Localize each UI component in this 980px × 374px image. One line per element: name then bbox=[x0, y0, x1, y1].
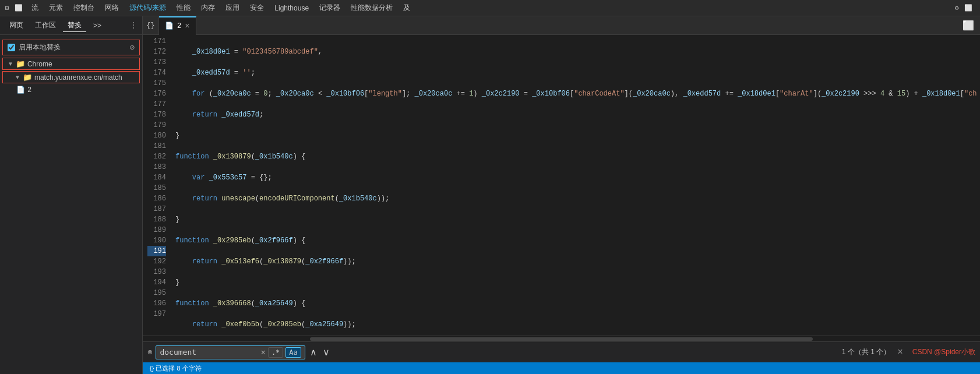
ln-183: 183 bbox=[147, 162, 166, 172]
search-result-count: 1 个（共 1 个） bbox=[842, 347, 890, 357]
tab-label: 2 bbox=[177, 22, 181, 30]
line-numbers: 171 172 173 174 175 176 177 178 179 180 … bbox=[143, 35, 171, 336]
sidebar-more-btn[interactable]: ⋮ bbox=[129, 20, 138, 30]
inspect-icon[interactable]: ⊡ bbox=[2, 3, 12, 13]
search-bar-end: 1 个（共 1 个） × CSDN @Spider小歌 bbox=[842, 347, 975, 358]
chevron-down-icon-2: ▼ bbox=[15, 74, 20, 80]
tab-workspace[interactable]: 工作区 bbox=[30, 19, 61, 31]
menu-application[interactable]: 应用 bbox=[221, 2, 244, 14]
watermark: CSDN @Spider小歌 bbox=[912, 347, 975, 357]
menu-elements[interactable]: 元素 bbox=[44, 2, 68, 14]
ln-196: 196 bbox=[147, 298, 166, 309]
sidebar-toolbar: 网页 工作区 替换 >> ⋮ bbox=[0, 16, 142, 35]
menu-lighthouse[interactable]: Lighthouse bbox=[270, 3, 313, 13]
ln-194: 194 bbox=[147, 277, 166, 288]
code-line-174: return _0xedd57d; bbox=[175, 110, 980, 120]
editor-tab-2[interactable]: 📄 2 × bbox=[159, 16, 196, 35]
status-selection: {} 已选择 8 个字符 bbox=[147, 364, 204, 373]
menu-flow[interactable]: 流 bbox=[27, 2, 43, 14]
tab-webpage[interactable]: 网页 bbox=[5, 19, 28, 31]
menu-perf-insights[interactable]: 性能数据分析 bbox=[346, 2, 397, 14]
menu-sources[interactable]: 源代码/来源 bbox=[125, 2, 171, 14]
ln-180: 180 bbox=[147, 130, 166, 141]
chrome-folder[interactable]: ▼ 📁 Chrome bbox=[2, 58, 140, 70]
code-line-173: for (_0x20ca0c = 0; _0x20ca0c < _0x10bf0… bbox=[175, 89, 980, 99]
search-icon: ⊗ bbox=[147, 347, 152, 357]
sidebar: 网页 工作区 替换 >> ⋮ 启用本地替换 ⊘ ▼ 📁 Chrome ▼ bbox=[0, 16, 143, 374]
settings-icon[interactable]: ⚙ bbox=[952, 3, 961, 13]
file-item[interactable]: 📄 2 bbox=[0, 84, 142, 96]
format-icon: {} bbox=[146, 22, 154, 30]
sidebar-content: 启用本地替换 ⊘ ▼ 📁 Chrome ▼ 📁 match.yuanrenxue… bbox=[0, 35, 142, 374]
tab-file-icon: 📄 bbox=[165, 22, 174, 30]
main-area: 网页 工作区 替换 >> ⋮ 启用本地替换 ⊘ ▼ 📁 Chrome ▼ bbox=[0, 16, 980, 374]
ln-181: 181 bbox=[147, 141, 166, 151]
ln-193: 193 bbox=[147, 267, 166, 277]
ln-176: 176 bbox=[147, 89, 166, 99]
search-input[interactable] bbox=[160, 348, 258, 357]
editor-tabs: {} 📄 2 × ⬜ bbox=[143, 16, 980, 35]
expand-icon[interactable]: ⬜ bbox=[964, 3, 973, 13]
enable-replace-checkbox[interactable] bbox=[8, 44, 15, 51]
search-bar: ⊗ ✕ .* Aa ∧ ∨ 1 个（共 1 个） × CSDN @Spider小… bbox=[143, 341, 980, 362]
search-close-btn[interactable]: × bbox=[897, 347, 903, 358]
ln-178: 178 bbox=[147, 110, 166, 120]
menu-recorder[interactable]: 记录器 bbox=[315, 2, 345, 14]
ln-171: 171 bbox=[147, 36, 166, 47]
search-next-btn[interactable]: ∨ bbox=[322, 347, 331, 358]
editor-tab-end: ⬜ bbox=[961, 19, 980, 33]
ln-182: 182 bbox=[147, 151, 166, 162]
file-label: 2 bbox=[27, 86, 31, 94]
clear-replace-btn[interactable]: ⊘ bbox=[130, 43, 135, 52]
enable-replace-label: 启用本地替换 bbox=[19, 43, 61, 52]
code-editor: 171 172 173 174 175 176 177 178 179 180 … bbox=[143, 35, 980, 336]
ln-192: 192 bbox=[147, 256, 166, 267]
ln-190: 190 bbox=[147, 235, 166, 246]
menu-console[interactable]: 控制台 bbox=[69, 2, 99, 14]
menu-more[interactable]: 及 bbox=[399, 2, 415, 14]
search-clear-btn[interactable]: ✕ bbox=[260, 347, 265, 357]
ln-174: 174 bbox=[147, 68, 166, 78]
horizontal-scrollbar[interactable] bbox=[143, 336, 980, 341]
code-line-172: _0xedd57d = ''; bbox=[175, 68, 980, 78]
status-bar: {} 已选择 8 个字符 bbox=[143, 362, 980, 374]
scrollbar-thumb bbox=[310, 337, 812, 341]
ln-185: 185 bbox=[147, 183, 166, 193]
tab-close-btn[interactable]: × bbox=[185, 22, 189, 31]
ln-195: 195 bbox=[147, 288, 166, 298]
ln-187: 187 bbox=[147, 204, 166, 214]
tab-icon-format[interactable]: {} bbox=[143, 16, 159, 35]
tab-more[interactable]: >> bbox=[89, 20, 106, 31]
search-prev-btn[interactable]: ∧ bbox=[309, 347, 318, 358]
chevron-down-icon: ▼ bbox=[8, 61, 13, 67]
ln-191: 191 bbox=[147, 246, 166, 256]
ln-189: 189 bbox=[147, 225, 166, 235]
menu-performance[interactable]: 性能 bbox=[172, 2, 195, 14]
device-icon[interactable]: ⬜ bbox=[14, 3, 23, 13]
collapse-icon[interactable]: ⬜ bbox=[961, 19, 975, 33]
case-toggle-btn[interactable]: Aa bbox=[285, 347, 301, 358]
tab-replace[interactable]: 替换 bbox=[63, 19, 86, 32]
ln-177: 177 bbox=[147, 99, 166, 110]
ln-173: 173 bbox=[147, 57, 166, 68]
code-line-183: function _0x396668(_0xa25649) { bbox=[175, 298, 980, 309]
match-folder-label: match.yuanrenxue.cn/match bbox=[34, 73, 122, 82]
code-line-181: return _0x513ef6(_0x130879(_0x2f966f)); bbox=[175, 256, 980, 267]
code-line-175: } bbox=[175, 130, 980, 141]
search-input-wrap: ✕ .* Aa bbox=[156, 345, 305, 359]
menu-network[interactable]: 网络 bbox=[100, 2, 124, 14]
ln-179: 179 bbox=[147, 120, 166, 130]
enable-replace-item[interactable]: 启用本地替换 ⊘ bbox=[2, 40, 140, 55]
code-content[interactable]: _0x18d0e1 = "0123456789abcdef", _0xedd57… bbox=[171, 35, 980, 336]
match-folder[interactable]: ▼ 📁 match.yuanrenxue.cn/match bbox=[2, 71, 140, 83]
ln-184: 184 bbox=[147, 172, 166, 183]
ln-188: 188 bbox=[147, 214, 166, 225]
code-line-176: function _0x130879(_0x1b540c) { bbox=[175, 151, 980, 162]
code-line-184: return _0xef0b5b(_0x2985eb(_0xa25649)); bbox=[175, 319, 980, 330]
menu-memory[interactable]: 内存 bbox=[196, 2, 220, 14]
code-line-177: var _0x553c57 = {}; bbox=[175, 172, 980, 183]
code-line-171: _0x18d0e1 = "0123456789abcdef", bbox=[175, 47, 980, 57]
menu-security[interactable]: 安全 bbox=[245, 2, 269, 14]
regex-toggle-btn[interactable]: .* bbox=[268, 347, 283, 358]
code-line-180: function _0x2985eb(_0x2f966f) { bbox=[175, 235, 980, 246]
